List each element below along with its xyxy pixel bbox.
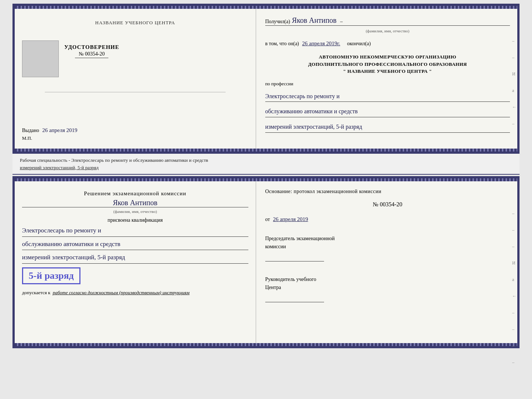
rukovoditel-line2: Центра [265,284,510,292]
top-left-title: НАЗВАНИЕ УЧЕБНОГО ЦЕНТРА [95,20,175,26]
predsedatel-line1: Председатель экзаменационной [265,235,510,243]
vydano-line: Выдано 26 апреля 2019 [22,127,248,133]
side-mark-i: И [512,71,517,77]
okonchil-label: окончил(а) [347,41,371,46]
prisvoena-line: присвоена квалификация [22,217,248,223]
top-border-pattern [15,6,517,9]
bottom-doc-left: Решением экзаменационной комиссии Яков А… [15,181,256,343]
stamp-placeholder [22,40,59,77]
poluchil-container: Получил(а) Яков Антипов – [265,16,510,26]
org-line1: АВТОНОМНУЮ НЕКОММЕРЧЕСКУЮ ОРГАНИЗАЦИЮ [265,53,510,61]
fio-subtitle-top: (фамилия, имя, отчество) [265,29,510,33]
org-line2: ДОПОЛНИТЕЛЬНОГО ПРОФЕССИОНАЛЬНОГО ОБРАЗО… [265,61,510,68]
side-mark-dash3: – [512,121,517,127]
udostoverenie-block: УДОСТОВЕРЕНИЕ № 00354-20 [64,44,119,58]
vtom-line: в том, что он(а) 26 апреля 2019г. окончи… [265,40,510,47]
vtom-date: 26 апреля 2019г. [302,40,340,46]
profession-line3: измерений электростанций, 5-й разряд [265,122,510,133]
separator-line2: измерений электростанций, 5-й разряд [20,164,512,171]
rukovoditel-signature [265,295,324,302]
bottom-border-pattern-bottom [15,343,517,346]
side-mark-dash-b4: – [512,310,517,316]
mp-label: М.П. [22,135,248,141]
predsedatel-block: Председатель экзаменационной комиссии [265,235,510,261]
top-doc-right: Получил(а) Яков Антипов – (фамилия, имя,… [256,9,517,149]
side-mark-dash-b5: – [512,327,517,332]
org-block: АВТОНОМНУЮ НЕКОММЕРЧЕСКУЮ ОРГАНИЗАЦИЮ ДО… [265,53,510,75]
side-mark-dash-b7: – [512,360,517,365]
udostoverenie-number: № 00354-20 [75,50,108,58]
rukovoditel-block: Руководитель учебного Центра [265,275,510,302]
vtom-prefix: в том, что он(а) [265,41,299,46]
rukovoditel-line1: Руководитель учебного [265,275,510,284]
side-mark-dash-b3: – [512,244,517,249]
predsedatel-signature [265,254,324,261]
qual-line2: обслуживанию автоматики и средств [22,239,248,250]
resheniem-title: Решением экзаменационной комиссии [22,190,248,197]
dopusk-text: работе согласно должностным (производств… [53,290,189,295]
profession-line2: обслуживанию автоматики и средств [265,106,510,117]
qual-line3: измерений электростанций, 5-й разряд [22,252,248,264]
ot-label: от [265,217,270,222]
side-mark-arrow: ← [512,104,517,110]
side-marks-top: – – И а ← – [512,38,517,127]
profession-line1: Электрослесарь по ремонту и [265,91,510,102]
dash1: – [340,19,343,25]
separator-line1: Рабочая специальность - Электрослесарь п… [20,157,512,164]
poluchil-name: Яков Антипов [292,16,337,25]
side-mark-a: а [512,88,517,93]
side-mark-arrow-b: ← [512,293,517,299]
bottom-document: Решением экзаменационной комиссии Яков А… [12,176,520,348]
bottom-name: Яков Антипов [22,199,248,207]
ot-date: 26 апреля 2019 [273,216,308,222]
po-professii-label: по профессии [265,81,510,87]
side-mark-dash1: – [512,38,517,44]
bottom-border-pattern-top [15,149,517,152]
side-mark-dash2: – [512,55,517,60]
udostoverenie-title: УДОСТОВЕРЕНИЕ [64,44,119,50]
side-mark-i-b: И [512,260,517,266]
side-mark-a-b: а [512,277,517,282]
vydano-label: Выдано [22,128,39,133]
side-marks-bottom: – – – И а ← – – – – [512,211,517,365]
org-line3: " НАЗВАНИЕ УЧЕБНОГО ЦЕНТРА " [265,68,510,75]
top-document: НАЗВАНИЕ УЧЕБНОГО ЦЕНТРА УДОСТОВЕРЕНИЕ №… [12,4,520,154]
side-mark-dash-b2: – [512,227,517,233]
side-mark-dash-b1: – [512,211,517,216]
protocol-number: № 00354-20 [265,201,510,208]
poluchil-label: Получил(а) [265,19,290,25]
separator-block: Рабочая специальность - Электрослесарь п… [12,154,520,175]
osnovanie-title: Основание: протокол экзаменационной коми… [265,189,510,195]
fio-subtitle-bottom: (фамилия, имя, отчество) [22,209,248,214]
side-mark-dash-b6: – [512,343,517,349]
dopuskaetsya-block: допускается к работе согласно должностны… [22,290,248,296]
ot-line: от 26 апреля 2019 [265,216,510,222]
qual-line1: Электрослесарь по ремонту и [22,225,248,237]
dopuskaetsya-label: допускается к [22,290,50,295]
top-border-pattern-bottom [15,178,517,181]
predsedatel-line2: комиссии [265,243,510,251]
bottom-doc-right: Основание: протокол экзаменационной коми… [256,181,517,343]
vydano-date: 26 апреля 2019 [42,127,78,133]
top-doc-left: НАЗВАНИЕ УЧЕБНОГО ЦЕНТРА УДОСТОВЕРЕНИЕ №… [15,9,256,149]
razryad-badge: 5-й разряд [22,267,80,284]
